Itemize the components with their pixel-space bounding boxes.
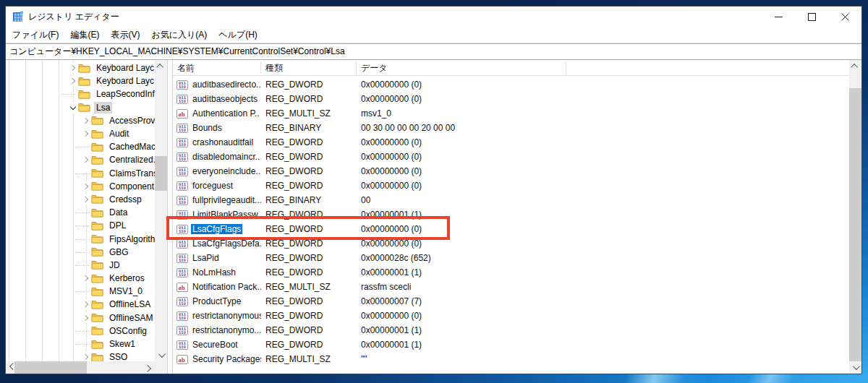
menu-item[interactable]: お気に入り(A) [145, 27, 213, 43]
tree-item[interactable]: SSO [6, 350, 155, 361]
chevron-right-icon[interactable] [81, 313, 91, 323]
folder-icon [91, 274, 103, 283]
tree-item[interactable]: Component [6, 180, 155, 193]
value-row[interactable]: abNotification Pack...REG_MULTI_SZrassfm… [173, 280, 849, 294]
value-row[interactable]: 011110auditbasedirecto...REG_DWORD0x0000… [173, 77, 849, 92]
scrollbar-thumb[interactable] [155, 156, 167, 191]
tree-item[interactable]: Centralized. [6, 153, 155, 166]
value-row[interactable]: 011110LsaCfgFlagsREG_DWORD0x00000000 (0) [173, 222, 849, 236]
address-bar[interactable]: コンピューター¥HKEY_LOCAL_MACHINE¥SYSTEM¥Curren… [6, 43, 861, 60]
scroll-down-button[interactable] [849, 361, 861, 374]
column-header-type[interactable]: 種類 [261, 60, 357, 75]
scrollbar-thumb[interactable] [849, 88, 861, 363]
folder-icon [91, 116, 103, 125]
chevron-down-icon[interactable] [68, 103, 78, 113]
tree-connector [81, 207, 91, 218]
chevron-right-icon[interactable] [81, 155, 91, 165]
tree-item[interactable]: DPL [6, 219, 155, 232]
value-name: LimitBlankPassw... [191, 210, 261, 220]
value-row[interactable]: 011110BoundsREG_BINARY00 30 00 00 00 20 … [173, 121, 849, 135]
tree-item[interactable]: LeapSecondInf [6, 87, 155, 100]
folder-icon [91, 181, 103, 191]
tree-item[interactable]: Credssp [6, 193, 155, 206]
value-row[interactable]: 011110crashonauditfailREG_DWORD0x0000000… [173, 135, 849, 150]
tree-horizontal-scrollbar[interactable] [6, 361, 155, 374]
value-row[interactable]: abAuthentication P..REG_MULTI_SZmsv1_0 [173, 106, 849, 121]
value-row[interactable]: 011110disabledomaincr...REG_DWORD0x00000… [173, 150, 849, 164]
value-row[interactable]: 011110restrictanonymousREG_DWORD0x000000… [173, 309, 849, 323]
chevron-right-icon[interactable] [68, 63, 78, 73]
scrollbar-thumb[interactable] [14, 361, 87, 374]
tree-item[interactable]: Keyboard Layc [6, 61, 155, 74]
tree-connector [81, 168, 91, 178]
column-header-name[interactable]: 名前 [173, 60, 261, 75]
menu-item[interactable]: ファイル(F) [7, 27, 64, 43]
scroll-down-button[interactable] [155, 349, 167, 361]
value-row[interactable]: 011110LsaCfgFlagsDefa...REG_DWORD0x00000… [173, 236, 849, 251]
tree-item[interactable]: Lsa [6, 101, 155, 114]
tree-item[interactable]: JD [6, 259, 155, 272]
value-row[interactable]: 011110LsaPidREG_DWORD0x0000028c (652) [173, 251, 849, 265]
value-row[interactable]: 011110LimitBlankPassw...REG_DWORD0x00000… [173, 207, 849, 222]
menu-item[interactable]: 編集(E) [64, 27, 105, 43]
tree-item-label: JD [107, 259, 122, 271]
value-row[interactable]: 011110SecureBootREG_DWORD0x00000001 (1) [173, 337, 849, 352]
tree-vertical-scrollbar[interactable] [155, 60, 167, 361]
tree-item[interactable]: ClaimsTrans [6, 167, 155, 180]
value-row[interactable]: 011110fullprivilegeaudit...REG_BINARY00 [173, 193, 849, 207]
tree-item[interactable]: OfflineSAM [6, 311, 155, 324]
value-row[interactable]: 011110restrictanonymo...REG_DWORD0x00000… [173, 323, 849, 337]
list-vertical-scrollbar[interactable] [849, 60, 861, 374]
tree-item-label: Skew1 [107, 338, 137, 350]
binary-value-icon: 011110 [176, 210, 188, 220]
chevron-right-icon[interactable] [81, 181, 91, 192]
value-name-cell: restrictanonymo... [188, 325, 261, 335]
value-row[interactable]: abSecurity PackagesREG_MULTI_SZ"" [173, 352, 849, 366]
value-row[interactable]: 011110auditbaseobjectsREG_DWORD0x0000000… [173, 92, 849, 106]
scroll-up-button[interactable] [155, 60, 167, 72]
value-row[interactable]: 011110forceguestREG_DWORD0x00000000 (0) [173, 178, 849, 193]
tree-item[interactable]: Kerberos [6, 272, 155, 285]
svg-text:110: 110 [179, 229, 187, 234]
chevron-right-icon[interactable] [68, 76, 78, 86]
menu-item[interactable]: 表示(V) [105, 27, 145, 43]
window-controls [762, 7, 861, 27]
tree-item[interactable]: CachedMac [6, 140, 155, 153]
chevron-right-icon[interactable] [81, 129, 91, 139]
string-value-icon: ab [176, 355, 188, 364]
chevron-right-icon[interactable] [81, 116, 91, 126]
column-header-data[interactable]: データ [357, 60, 566, 75]
tree-item[interactable]: Skew1 [6, 337, 155, 350]
tree-connector [81, 339, 91, 349]
maximize-button[interactable] [795, 7, 828, 27]
close-button[interactable] [828, 7, 861, 27]
value-name-cell: NoLmHash [188, 267, 261, 277]
tree-item[interactable]: AccessProvi [6, 114, 155, 127]
minimize-button[interactable] [762, 7, 795, 27]
tree-item[interactable]: Audit [6, 127, 155, 140]
tree-item[interactable]: GBG [6, 246, 155, 259]
tree-item[interactable]: MSV1_0 [6, 285, 155, 298]
tree-item[interactable]: FipsAlgorith [6, 232, 155, 245]
chevron-right-icon[interactable] [81, 194, 91, 205]
tree-item-label: OSConfig [107, 325, 149, 337]
value-data: "" [357, 354, 367, 364]
tree-item[interactable]: Keyboard Layc [6, 74, 155, 87]
chevron-right-icon[interactable] [81, 352, 91, 361]
tree-item[interactable]: OSConfig [6, 324, 155, 337]
tree-item[interactable]: Data [6, 206, 155, 219]
value-row[interactable]: 011110ProductTypeREG_DWORD0x00000007 (7) [173, 294, 849, 309]
tree-item-label: SSO [107, 351, 129, 361]
menu-item[interactable]: ヘルプ(H) [213, 27, 263, 43]
chevron-right-icon[interactable] [81, 273, 91, 283]
scroll-right-button[interactable] [142, 361, 155, 374]
value-name-cell: Bounds [188, 123, 261, 133]
value-row[interactable]: 011110NoLmHashREG_DWORD0x00000001 (1) [173, 265, 849, 280]
folder-icon [91, 313, 103, 322]
chevron-right-icon[interactable] [81, 299, 91, 309]
scroll-up-button[interactable] [849, 60, 861, 72]
pane-splitter[interactable] [167, 60, 173, 374]
tree-item[interactable]: OfflineLSA [6, 298, 155, 311]
binary-value-icon: 011110 [176, 297, 188, 306]
value-row[interactable]: 011110everyoneinclude...REG_DWORD0x00000… [173, 164, 849, 178]
